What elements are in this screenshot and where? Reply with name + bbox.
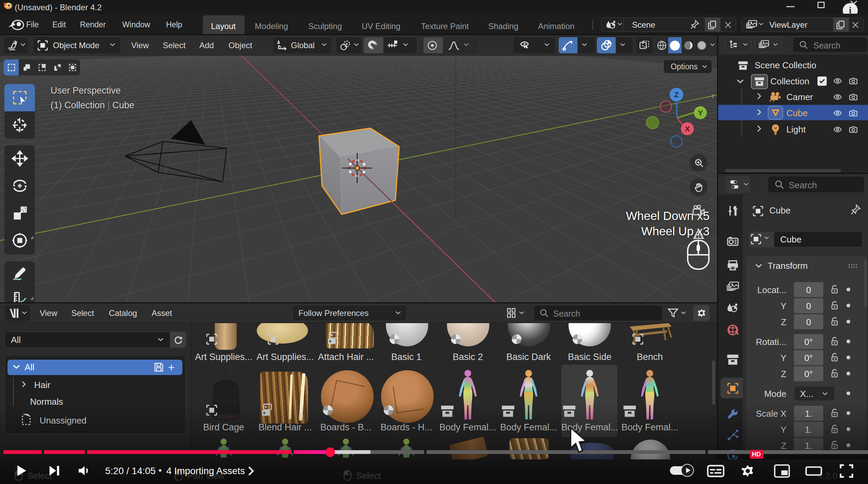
- svg-text:Z: Z: [674, 91, 678, 99]
- svg-text:Y: Y: [698, 109, 703, 117]
- svg-text:X: X: [685, 125, 690, 133]
